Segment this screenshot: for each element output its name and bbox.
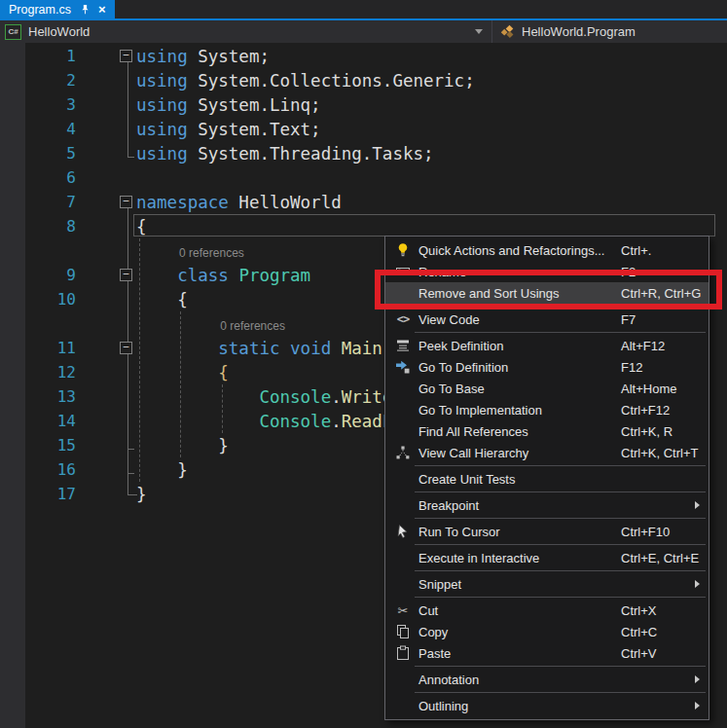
paste-icon	[393, 645, 413, 661]
chevron-down-icon[interactable]	[475, 29, 483, 34]
line-number[interactable]: 9	[0, 266, 88, 284]
menu-item-shortcut: Alt+F12	[621, 339, 665, 353]
menu-item-shortcut: Ctrl+K, R	[621, 424, 672, 439]
menu-item-outlining[interactable]: Outlining	[385, 695, 709, 716]
navigation-bar: C# HelloWorld HelloWorld.Program	[0, 20, 727, 43]
submenu-arrow-icon	[695, 675, 700, 683]
csharp-project-icon: C#	[5, 24, 21, 40]
outlining-margin	[88, 117, 136, 141]
outlining-margin	[88, 384, 136, 409]
line-number[interactable]: 3	[0, 95, 88, 114]
menu-item-execute-in-interactive[interactable]: Execute in InteractiveCtrl+E, Ctrl+E	[385, 547, 709, 568]
call-hierarchy-icon	[393, 445, 413, 460]
outlining-margin	[88, 409, 136, 433]
outlining-margin: −	[88, 190, 136, 214]
type-dropdown[interactable]: HelloWorld.Program	[492, 20, 727, 43]
outlining-margin	[88, 311, 136, 336]
menu-separator	[415, 306, 706, 307]
fold-collapse-box[interactable]: −	[120, 342, 132, 354]
menu-item-quick-actions-and-refactorings[interactable]: Quick Actions and Refactorings...Ctrl+.	[385, 239, 709, 261]
code-text[interactable]: namespace HelloWorld	[136, 193, 727, 212]
outlining-margin	[88, 238, 136, 263]
menu-item-shortcut: F7	[621, 312, 636, 327]
code-text[interactable]: {	[136, 217, 727, 237]
visual-studio-window: Program.cs × C# HelloWorld HelloWorld.Pr…	[0, 0, 727, 728]
close-icon[interactable]: ×	[98, 3, 106, 16]
menu-item-label: Outlining	[418, 699, 468, 713]
menu-item-rename[interactable]: RenameF2	[385, 261, 709, 282]
menu-separator	[415, 544, 706, 545]
menu-item-label: Create Unit Tests	[418, 472, 515, 487]
line-number[interactable]: 11	[0, 339, 88, 357]
type-path: HelloWorld.Program	[522, 24, 636, 39]
line-number[interactable]: 5	[0, 144, 88, 163]
fold-collapse-box[interactable]: −	[120, 269, 132, 281]
code-text[interactable]: using System.Collections.Generic;	[136, 71, 727, 91]
menu-item-label: Snippet	[418, 577, 461, 592]
tab-program-cs[interactable]: Program.cs ×	[0, 0, 115, 18]
outlining-margin	[88, 165, 136, 190]
menu-item-label: Go To Implementation	[418, 403, 542, 418]
fold-collapse-box[interactable]: −	[120, 50, 132, 62]
fold-collapse-box[interactable]: −	[120, 196, 132, 208]
menu-item-breakpoint[interactable]: Breakpoint	[385, 494, 709, 516]
code-text[interactable]: using System.Threading.Tasks;	[136, 144, 727, 164]
menu-item-annotation[interactable]: Annotation	[385, 669, 709, 690]
line-number[interactable]: 10	[0, 290, 88, 309]
menu-separator	[415, 491, 706, 492]
menu-item-go-to-base[interactable]: Go To BaseAlt+Home	[385, 378, 709, 399]
line-number[interactable]: 16	[0, 460, 88, 479]
menu-separator	[415, 692, 706, 693]
menu-item-go-to-implementation[interactable]: Go To ImplementationCtrl+F12	[385, 399, 709, 420]
code-text[interactable]: using System.Linq;	[136, 95, 727, 115]
pin-icon[interactable]	[80, 4, 91, 15]
menu-item-shortcut: Ctrl+.	[621, 243, 651, 258]
codelens-references[interactable]: 0 references	[220, 319, 285, 333]
outlining-margin: −	[88, 263, 136, 287]
menu-item-label: View Call Hierarchy	[418, 446, 528, 460]
line-number[interactable]: 15	[0, 436, 88, 455]
menu-item-shortcut: Ctrl+V	[621, 646, 656, 661]
menu-item-paste[interactable]: PasteCtrl+V	[385, 642, 709, 664]
code-line: 5using System.Threading.Tasks;	[0, 141, 727, 165]
menu-item-label: Find All References	[418, 424, 528, 439]
line-number[interactable]: 8	[0, 217, 88, 236]
menu-item-find-all-references[interactable]: Find All ReferencesCtrl+K, R	[385, 420, 709, 442]
line-number[interactable]: 12	[0, 363, 88, 382]
line-number[interactable]: 2	[0, 71, 88, 90]
code-editor[interactable]: 1−using System;2using System.Collections…	[0, 43, 727, 728]
menu-item-cut[interactable]: ✂CutCtrl+X	[385, 600, 709, 621]
line-number[interactable]: 6	[0, 168, 88, 187]
menu-item-copy[interactable]: CopyCtrl+C	[385, 621, 709, 642]
line-number[interactable]: 1	[0, 47, 88, 65]
line-number[interactable]: 17	[0, 485, 88, 503]
code-text[interactable]: using System;	[136, 47, 727, 66]
codelens-references[interactable]: 0 references	[179, 246, 244, 260]
line-number[interactable]: 14	[0, 412, 88, 430]
menu-item-go-to-definition[interactable]: Go To DefinitionF12	[385, 356, 709, 378]
menu-item-label: View Code	[418, 312, 480, 327]
scissors-icon: ✂	[393, 603, 413, 618]
menu-item-peek-definition[interactable]: Peek DefinitionAlt+F12	[385, 335, 709, 356]
project-dropdown[interactable]: C# HelloWorld	[0, 20, 491, 43]
menu-item-create-unit-tests[interactable]: Create Unit Tests	[385, 468, 709, 490]
code-line: 7−namespace HelloWorld	[0, 190, 727, 214]
menu-item-remove-and-sort-usings[interactable]: Remove and Sort UsingsCtrl+R, Ctrl+G	[385, 282, 709, 304]
code-text[interactable]: using System.Text;	[136, 120, 727, 139]
menu-separator	[415, 570, 706, 571]
menu-item-shortcut: F12	[621, 360, 642, 375]
menu-item-shortcut: Ctrl+F12	[621, 403, 670, 418]
menu-item-label: Copy	[418, 625, 448, 639]
menu-item-snippet[interactable]: Snippet	[385, 573, 709, 595]
menu-item-shortcut: Ctrl+R, Ctrl+G	[621, 286, 701, 301]
view-code-icon: <>	[393, 312, 413, 326]
line-number[interactable]: 4	[0, 120, 88, 138]
menu-item-run-to-cursor[interactable]: Run To CursorCtrl+F10	[385, 521, 709, 542]
submenu-arrow-icon	[695, 702, 700, 710]
menu-item-view-call-hierarchy[interactable]: View Call HierarchyCtrl+K, Ctrl+T	[385, 442, 709, 463]
line-number[interactable]: 13	[0, 387, 88, 406]
line-number[interactable]: 7	[0, 193, 88, 211]
menu-item-view-code[interactable]: <>View CodeF7	[385, 309, 709, 330]
outlining-margin	[88, 482, 136, 506]
menu-item-label: Breakpoint	[418, 498, 479, 513]
